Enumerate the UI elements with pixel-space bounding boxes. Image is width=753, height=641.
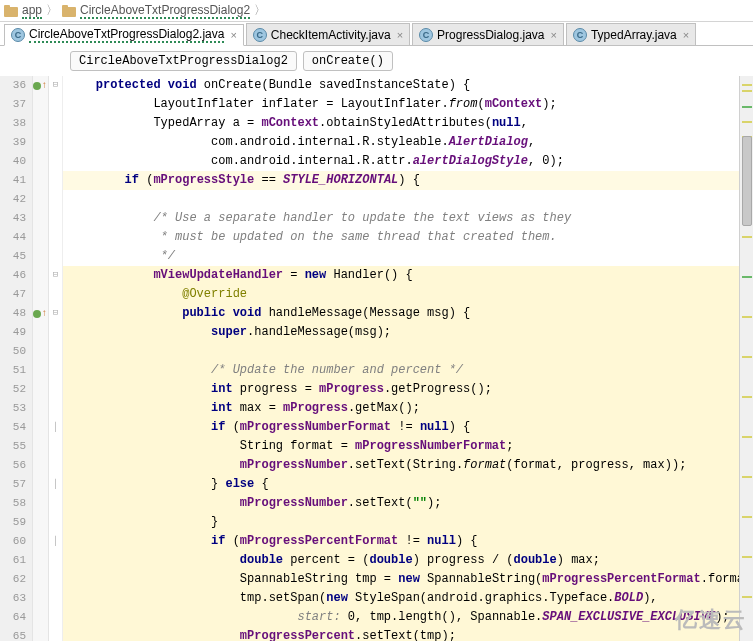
code-line[interactable]: SpannableString tmp = new SpannableStrin… — [63, 570, 739, 589]
folder-icon — [62, 5, 76, 17]
code-editor: 3637383940414243444546474849505152535455… — [0, 76, 753, 641]
code-line[interactable]: mViewUpdateHandler = new Handler() { — [63, 266, 739, 285]
nav-segment-dialog[interactable]: CircleAboveTxtProgressDialog2 — [62, 3, 250, 19]
java-class-icon: C — [573, 28, 587, 42]
code-line[interactable]: com.android.internal.R.attr.alertDialogS… — [63, 152, 739, 171]
breadcrumb-bar: CircleAboveTxtProgressDialog2 onCreate() — [0, 46, 753, 76]
tab-checkitem[interactable]: C CheckItemActivity.java × — [246, 23, 410, 45]
code-line[interactable]: TypedArray a = mContext.obtainStyledAttr… — [63, 114, 739, 133]
code-line[interactable]: tmp.setSpan(new StyleSpan(android.graphi… — [63, 589, 739, 608]
code-line[interactable]: /* Use a separate handler to update the … — [63, 209, 739, 228]
code-line[interactable]: @Override — [63, 285, 739, 304]
code-area[interactable]: protected void onCreate(Bundle savedInst… — [63, 76, 739, 641]
code-line[interactable]: mProgressNumber.setText(""); — [63, 494, 739, 513]
tab-label: CircleAboveTxtProgressDialog2.java — [29, 27, 224, 43]
crumb-class[interactable]: CircleAboveTxtProgressDialog2 — [70, 51, 297, 71]
close-icon[interactable]: × — [551, 29, 557, 41]
code-line[interactable]: } else { — [63, 475, 739, 494]
code-line[interactable]: double percent = (double) progress / (do… — [63, 551, 739, 570]
close-icon[interactable]: × — [683, 29, 689, 41]
tab-progressdialog[interactable]: C ProgressDialog.java × — [412, 23, 564, 45]
vertical-scrollbar[interactable] — [739, 76, 753, 641]
editor-tabs: C CircleAboveTxtProgressDialog2.java × C… — [0, 22, 753, 46]
code-line[interactable]: mProgressNumber.setText(String.format(fo… — [63, 456, 739, 475]
code-line[interactable]: com.android.internal.R.styleable.AlertDi… — [63, 133, 739, 152]
code-line[interactable]: if (mProgressPercentFormat != null) { — [63, 532, 739, 551]
java-class-icon: C — [11, 28, 25, 42]
code-line[interactable] — [63, 190, 739, 209]
nav-label: app — [22, 3, 42, 19]
close-icon[interactable]: × — [230, 29, 236, 41]
fold-gutter: ⊟⊟⊟│││ — [49, 76, 63, 641]
tab-label: TypedArray.java — [591, 28, 677, 42]
code-line[interactable]: if (mProgressStyle == STYLE_HORIZONTAL) … — [63, 171, 739, 190]
crumb-method[interactable]: onCreate() — [303, 51, 393, 71]
tab-typedarray[interactable]: C TypedArray.java × — [566, 23, 696, 45]
code-line[interactable]: */ — [63, 247, 739, 266]
code-line[interactable]: * must be updated on the same thread tha… — [63, 228, 739, 247]
nav-segment-app[interactable]: app — [4, 3, 42, 19]
marker-gutter: ↑↑ — [33, 76, 49, 641]
tab-circleabove[interactable]: C CircleAboveTxtProgressDialog2.java × — [4, 24, 244, 46]
svg-rect-1 — [4, 5, 10, 9]
code-line[interactable]: } — [63, 513, 739, 532]
line-number-gutter: 3637383940414243444546474849505152535455… — [0, 76, 33, 641]
nav-bar: app 〉 CircleAboveTxtProgressDialog2 〉 — [0, 0, 753, 22]
nav-separator: 〉 — [46, 2, 58, 19]
close-icon[interactable]: × — [397, 29, 403, 41]
code-line[interactable]: mProgressPercent.setText(tmp); — [63, 627, 739, 641]
code-line[interactable]: LayoutInflater inflater = LayoutInflater… — [63, 95, 739, 114]
code-line[interactable]: public void handleMessage(Message msg) { — [63, 304, 739, 323]
code-line[interactable]: String format = mProgressNumberFormat; — [63, 437, 739, 456]
code-line[interactable]: if (mProgressNumberFormat != null) { — [63, 418, 739, 437]
nav-separator: 〉 — [254, 2, 266, 19]
folder-icon — [4, 5, 18, 17]
scrollbar-thumb[interactable] — [742, 136, 752, 226]
java-class-icon: C — [253, 28, 267, 42]
code-line[interactable]: super.handleMessage(msg); — [63, 323, 739, 342]
code-line[interactable]: start: 0, tmp.length(), Spannable.SPAN_E… — [63, 608, 739, 627]
code-line[interactable]: protected void onCreate(Bundle savedInst… — [63, 76, 739, 95]
code-line[interactable]: /* Update the number and percent */ — [63, 361, 739, 380]
svg-rect-3 — [62, 5, 68, 9]
tab-label: ProgressDialog.java — [437, 28, 544, 42]
tab-label: CheckItemActivity.java — [271, 28, 391, 42]
java-class-icon: C — [419, 28, 433, 42]
code-line[interactable] — [63, 342, 739, 361]
nav-label: CircleAboveTxtProgressDialog2 — [80, 3, 250, 19]
code-line[interactable]: int progress = mProgress.getProgress(); — [63, 380, 739, 399]
code-line[interactable]: int max = mProgress.getMax(); — [63, 399, 739, 418]
